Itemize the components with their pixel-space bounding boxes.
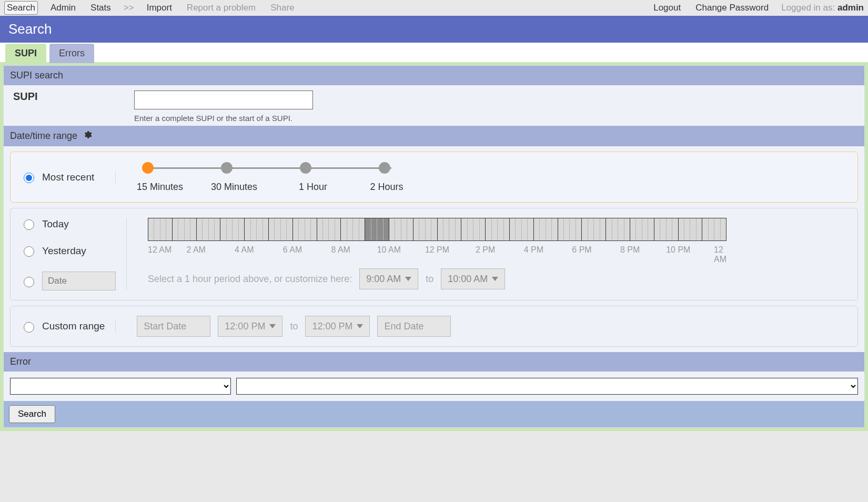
tab-errors[interactable]: Errors (49, 44, 94, 63)
date-input[interactable]: Date (42, 272, 116, 290)
timeline-hour-13[interactable] (461, 218, 486, 240)
slider-stop-1hour[interactable] (300, 162, 311, 174)
yesterday-radio-row[interactable]: Yesterday (21, 245, 116, 257)
slider-track[interactable] (137, 162, 400, 174)
gear-icon[interactable] (83, 130, 92, 142)
timeline-quarter[interactable] (679, 218, 684, 240)
timeline-hour-0[interactable] (148, 218, 173, 240)
timeline-quarter[interactable] (456, 218, 461, 240)
timeline-quarter[interactable] (558, 218, 564, 240)
timeline-quarter[interactable] (564, 218, 570, 240)
menu-import[interactable]: Import (145, 2, 174, 14)
timeline-hour-6[interactable] (293, 218, 317, 240)
timeline-quarter[interactable] (473, 218, 479, 240)
timeline-quarter[interactable] (185, 218, 190, 240)
slider-stop-15min[interactable] (142, 162, 154, 174)
timeline-hour-17[interactable] (558, 218, 582, 240)
custom-from-time-select[interactable]: 12:00 PM (218, 316, 282, 337)
timeline-hour-7[interactable] (317, 218, 341, 240)
timeline-hour-22[interactable] (679, 218, 703, 240)
timeline-quarter[interactable] (335, 218, 340, 240)
timeline-quarter[interactable] (341, 218, 347, 240)
timeline-quarter[interactable] (600, 218, 605, 240)
timeline-quarter[interactable] (648, 218, 653, 240)
custom-to-time-select[interactable]: 12:00 PM (305, 316, 370, 337)
timeline-quarter[interactable] (148, 218, 154, 240)
timeline-quarter[interactable] (443, 218, 449, 240)
timeline-quarter[interactable] (220, 218, 226, 240)
timeline-quarter[interactable] (540, 218, 546, 240)
tab-supi[interactable]: SUPI (5, 44, 46, 63)
timeline-quarter[interactable] (449, 218, 455, 240)
timeline-quarter[interactable] (371, 218, 377, 240)
timeline-quarter[interactable] (552, 218, 557, 240)
timeline-quarter[interactable] (311, 218, 316, 240)
timeline-quarter[interactable] (293, 218, 299, 240)
end-date-input[interactable]: End Date (377, 316, 451, 337)
timeline-hour-16[interactable] (534, 218, 558, 240)
timeline-quarter[interactable] (197, 218, 203, 240)
timeline-quarter[interactable] (287, 218, 292, 240)
timeline-quarter[interactable] (353, 218, 359, 240)
timeline-hour-9[interactable] (365, 218, 389, 240)
timeline-quarter[interactable] (233, 218, 238, 240)
timeline-quarter[interactable] (624, 218, 630, 240)
timeline-quarter[interactable] (173, 218, 178, 240)
slider-stop-2hours[interactable] (379, 162, 390, 174)
error-select-1[interactable] (10, 378, 231, 395)
timeline-quarter[interactable] (582, 218, 588, 240)
timeline-quarter[interactable] (468, 218, 473, 240)
timeline-quarter[interactable] (239, 218, 244, 240)
timeline-quarter[interactable] (570, 218, 576, 240)
timeline-hour-14[interactable] (486, 218, 510, 240)
timeline-quarter[interactable] (269, 218, 275, 240)
timeline-quarter[interactable] (281, 218, 287, 240)
timeline-quarter[interactable] (546, 218, 552, 240)
timeline-quarter[interactable] (160, 218, 166, 240)
timeline-quarter[interactable] (401, 218, 407, 240)
timeline-quarter[interactable] (534, 218, 540, 240)
slider-stop-30min[interactable] (221, 162, 233, 174)
date-radio[interactable] (24, 277, 34, 287)
error-select-2[interactable] (236, 378, 858, 395)
timeline-quarter[interactable] (690, 218, 696, 240)
timeline-quarter[interactable] (263, 218, 268, 240)
timeline-quarter[interactable] (672, 218, 678, 240)
timeline-quarter[interactable] (317, 218, 323, 240)
timeline-quarter[interactable] (660, 218, 666, 240)
most-recent-radio-row[interactable]: Most recent (21, 171, 105, 183)
menu-stats[interactable]: Stats (88, 2, 113, 14)
timeline-quarter[interactable] (426, 218, 431, 240)
timeline-quarter[interactable] (323, 218, 329, 240)
timeline-quarter[interactable] (347, 218, 353, 240)
today-from-select[interactable]: 9:00 AM (359, 268, 418, 289)
timeline-quarter[interactable] (697, 218, 702, 240)
timeline-hour-10[interactable] (389, 218, 413, 240)
timeline-hour-4[interactable] (245, 218, 269, 240)
timeline-quarter[interactable] (413, 218, 419, 240)
timeline-quarter[interactable] (257, 218, 263, 240)
timeline-quarter[interactable] (154, 218, 160, 240)
menu-share[interactable]: Share (268, 2, 296, 14)
timeline-quarter[interactable] (528, 218, 533, 240)
timeline-quarter[interactable] (203, 218, 208, 240)
timeline-quarter[interactable] (588, 218, 594, 240)
timeline-quarter[interactable] (642, 218, 648, 240)
timeline-quarter[interactable] (594, 218, 600, 240)
supi-input[interactable] (134, 91, 313, 109)
start-date-input[interactable]: Start Date (137, 316, 210, 337)
timeline-quarter[interactable] (684, 218, 690, 240)
timeline-hour-1[interactable] (173, 218, 197, 240)
timeline-row[interactable] (148, 218, 726, 241)
custom-range-radio[interactable] (24, 322, 34, 333)
most-recent-radio[interactable] (24, 173, 34, 183)
timeline-quarter[interactable] (714, 218, 720, 240)
timeline-quarter[interactable] (576, 218, 581, 240)
timeline-hour-20[interactable] (630, 218, 654, 240)
timeline-quarter[interactable] (461, 218, 467, 240)
timeline-quarter[interactable] (329, 218, 335, 240)
timeline-quarter[interactable] (395, 218, 401, 240)
menu-admin[interactable]: Admin (48, 2, 78, 14)
timeline-hour-19[interactable] (606, 218, 630, 240)
timeline-hour-21[interactable] (654, 218, 679, 240)
